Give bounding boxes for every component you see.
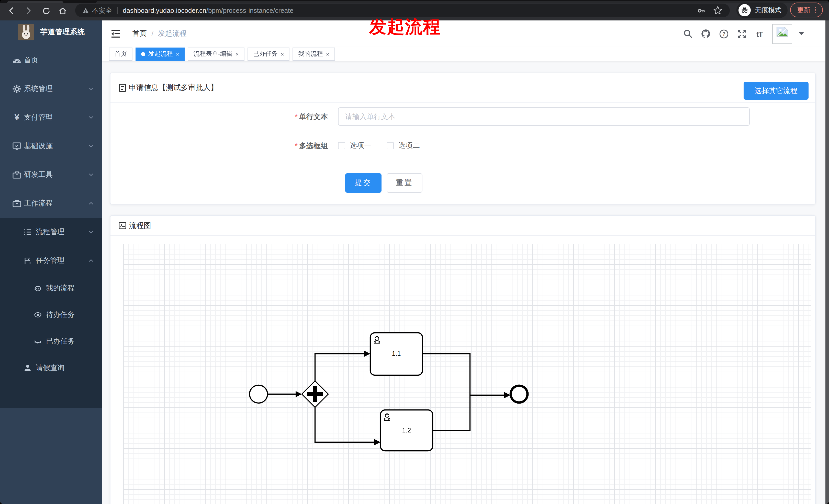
sidebar-item-devtools[interactable]: 研发工具 <box>0 160 102 189</box>
tab-start-process[interactable]: 发起流程× <box>136 47 185 61</box>
close-icon[interactable]: × <box>326 51 329 57</box>
logo-row[interactable]: 芋道管理系统 <box>0 21 102 44</box>
back-button[interactable] <box>5 5 17 17</box>
document-icon <box>119 84 126 92</box>
tab-home[interactable]: 首页 <box>109 47 133 61</box>
form-item-checkbox: *多选框组 选项一 选项二 <box>110 139 815 153</box>
avatar[interactable] <box>772 24 792 44</box>
checkbox-box[interactable] <box>387 142 394 149</box>
checkbox-option-2[interactable]: 选项二 <box>387 141 420 150</box>
site-security[interactable]: 不安全 <box>82 6 112 15</box>
sidebar-item-label: 工作流程 <box>24 199 53 208</box>
main-area: 首页 / 发起流程 ? tT <box>102 21 825 504</box>
card-title: 流程图 <box>129 221 151 230</box>
url-host: dashboard.yudao.iocoder.cn <box>123 7 206 14</box>
tab-my-process[interactable]: 我的流程× <box>293 47 335 61</box>
close-icon[interactable]: × <box>236 51 239 57</box>
tags-view: 首页 发起流程× 流程表单-编辑× 已办任务× 我的流程× <box>102 47 825 61</box>
annotation-text: 发起流程 <box>369 18 441 35</box>
password-key-icon[interactable] <box>696 6 706 15</box>
home-button[interactable] <box>56 5 69 17</box>
sidebar-item-leave-query[interactable]: 请假查询 <box>0 355 102 381</box>
sidebar-item-system[interactable]: 系统管理 <box>0 75 102 103</box>
user-task-2[interactable]: 1.2 <box>381 410 433 451</box>
sidebar-item-done-tasks[interactable]: 已办任务 <box>0 328 102 355</box>
start-event[interactable] <box>250 385 267 403</box>
reset-button[interactable]: 重置 <box>387 173 423 193</box>
single-line-text-input[interactable] <box>338 107 750 126</box>
gear-icon <box>12 84 22 93</box>
tab-form-edit[interactable]: 流程表单-编辑× <box>188 47 245 61</box>
sidebar-item-task-mgmt[interactable]: 任务管理 <box>0 246 102 275</box>
fullscreen-icon[interactable] <box>736 29 747 39</box>
eye-closed-icon <box>34 337 42 346</box>
user-task-1[interactable]: 1.1 <box>370 333 423 375</box>
parallel-gateway[interactable] <box>302 381 328 408</box>
checkbox-option-1[interactable]: 选项一 <box>338 141 371 150</box>
chevron-up-icon <box>88 201 94 206</box>
submit-button[interactable]: 提交 <box>345 173 382 193</box>
browser-menu-icon[interactable] <box>815 7 816 13</box>
browser-tab-shape-2[interactable] <box>96 1 829 3</box>
reload-button[interactable] <box>40 5 52 17</box>
briefcase-icon <box>12 170 22 180</box>
bpmn-diagram: 1.1 1.2 <box>110 236 815 504</box>
bpmn-canvas[interactable]: 1.1 1.2 <box>110 236 815 504</box>
tab-label: 首页 <box>114 49 127 58</box>
chevron-down-icon <box>88 172 94 178</box>
search-icon[interactable] <box>683 29 693 39</box>
end-event[interactable] <box>511 386 528 402</box>
required-asterisk: * <box>295 142 298 150</box>
window-scrollbar-strip[interactable] <box>825 21 829 504</box>
sidebar-item-payment[interactable]: ¥ 支付管理 <box>0 103 102 132</box>
chevron-down-icon <box>88 115 94 120</box>
apply-info-card: 申请信息【测试多审批人】 选择其它流程 *单行文本 *多选框组 选项一 选项 <box>110 73 816 204</box>
task-label: 1.1 <box>392 350 401 357</box>
checkbox-box[interactable] <box>338 142 345 149</box>
breadcrumb-separator: / <box>151 30 153 38</box>
sidebar-item-my-process[interactable]: 我的流程 <box>0 275 102 302</box>
browser-tab-shape[interactable] <box>7 1 63 3</box>
sidebar-item-process-mgmt[interactable]: 流程管理 <box>0 218 102 246</box>
warning-icon <box>82 7 89 13</box>
address-bar[interactable]: 不安全 dashboard.yudao.iocoder.cn/bpm/proce… <box>75 4 730 17</box>
close-icon[interactable]: × <box>281 51 284 57</box>
briefcase-icon <box>12 199 22 208</box>
tab-done-tasks[interactable]: 已办任务× <box>248 47 290 61</box>
task-label: 1.2 <box>402 427 411 434</box>
forward-button[interactable] <box>23 5 35 17</box>
hamburger-icon[interactable] <box>110 28 121 39</box>
sidebar-item-infra[interactable]: 基础设施 <box>0 132 102 160</box>
update-button[interactable]: 更新 <box>790 3 823 17</box>
security-label: 不安全 <box>92 6 112 15</box>
sidebar-item-home[interactable]: 首页 <box>0 46 102 75</box>
github-icon[interactable] <box>700 29 711 39</box>
font-size-icon[interactable]: tT <box>754 29 764 39</box>
sidebar-item-label: 流程管理 <box>36 228 65 237</box>
sidebar-item-label: 待办任务 <box>46 310 75 319</box>
sidebar-item-label: 研发工具 <box>24 170 53 180</box>
dashboard-icon <box>12 56 22 65</box>
tab-label: 我的流程 <box>298 49 323 58</box>
sidebar-item-workflow[interactable]: 工作流程 <box>0 189 102 218</box>
workflow-submenu: 流程管理 任务管理 我的流程 <box>0 218 102 408</box>
avatar-caret-icon[interactable] <box>799 32 804 35</box>
url-path: /bpm/process-instance/create <box>206 7 294 14</box>
sidebar-item-todo-tasks[interactable]: 待办任务 <box>0 302 102 328</box>
tab-label: 已办任务 <box>253 49 278 58</box>
select-other-process-button[interactable]: 选择其它流程 <box>744 82 808 100</box>
sidebar-item-label: 已办任务 <box>46 337 75 346</box>
incognito-label: 无痕模式 <box>755 6 782 15</box>
breadcrumb-home[interactable]: 首页 <box>133 29 147 38</box>
close-icon[interactable]: × <box>176 51 179 57</box>
bookmark-star-icon[interactable] <box>713 6 723 15</box>
svg-text:?: ? <box>722 31 725 37</box>
chevron-down-icon <box>88 230 94 235</box>
help-icon[interactable]: ? <box>719 29 729 39</box>
chevron-up-icon <box>88 258 94 263</box>
sidebar-item-label: 支付管理 <box>24 113 53 122</box>
monitor-icon <box>12 142 22 151</box>
app-title: 芋道管理系统 <box>40 21 85 44</box>
flow-diagram-card: 流程图 <box>110 215 816 504</box>
browser-window: 不安全 dashboard.yudao.iocoder.cn/bpm/proce… <box>0 0 829 504</box>
